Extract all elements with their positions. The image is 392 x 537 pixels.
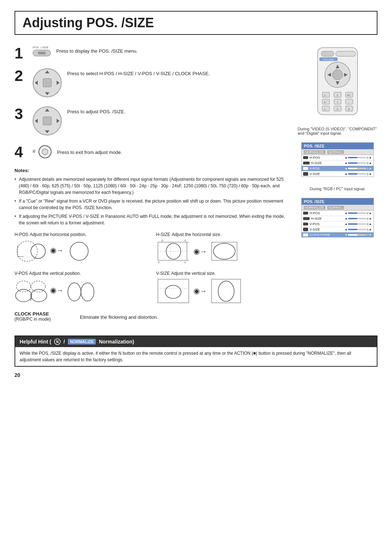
step1-text: Press to display the POS. /SIZE menu. <box>56 46 138 55</box>
vsize-after-svg: ↑ <box>210 277 242 305</box>
vpos-arrow-icon: ◉→ <box>50 286 64 294</box>
svg-text:3: 3 <box>348 108 350 110</box>
hint-title: Helpful Hint ( N / NORMALIZE Normalizati… <box>15 336 377 347</box>
exit-button-icon <box>38 145 52 158</box>
vsize-before-svg: ↓ <box>156 277 191 305</box>
clockphase-label: CLOCK PHASE <box>15 311 73 317</box>
helpful-hint-box: Helpful Hint ( N / NORMALIZE Normalizati… <box>15 335 377 367</box>
svg-rect-55 <box>322 99 330 104</box>
svg-point-47 <box>332 70 343 80</box>
hpos-diagram: H-POS Adjust the horizontal position. ◉→ <box>15 232 149 262</box>
video-vpos-slider: ◄ 0 ► <box>344 167 372 170</box>
rgb-signal-caption: During "RGB / PC" input signal. <box>310 187 365 191</box>
notes-section: Notes: Adjustment details are memorized … <box>15 167 290 226</box>
rgb-vpos-row: V-POS ◄ 0 ► <box>302 221 373 227</box>
hint-title-text: Helpful Hint ( <box>20 339 51 345</box>
video-vsize-label: V-SIZE <box>310 172 343 176</box>
dpad-right-arrow-3 <box>57 119 60 123</box>
rgb-hpos-row: H-POS ◄ 0 ► <box>302 211 373 216</box>
video-hsize-row: H-SIZE ◄ 0 ► <box>302 160 373 166</box>
rgb-clockphase-slider: ◄ 0 ► <box>344 233 372 236</box>
video-vpos-icon <box>303 167 308 170</box>
svg-point-24 <box>16 289 32 302</box>
rgb-menu-header: POS. /SIZE <box>302 198 373 205</box>
exit-button-svg <box>41 148 49 155</box>
step-4: 4 R Press to exit from adjust mode. <box>15 145 290 160</box>
svg-point-5 <box>70 242 88 260</box>
hsize-images: 0 0 0 0 ◉→ <box>156 239 290 264</box>
right-column: 1 2 PC A + - 1 2 3 POS./SIZE During "VID… <box>298 46 377 328</box>
svg-text:2: 2 <box>337 94 338 97</box>
svg-text:+: + <box>337 101 338 103</box>
n-button-icon: N <box>54 338 61 345</box>
rgb-normal-label: NORMAL <box>327 206 344 209</box>
video-hsize-slider: ◄ 0 ► <box>344 162 372 165</box>
video-vsize-slider: ◄ 0 ► <box>344 172 372 176</box>
dpad-3 <box>33 106 62 135</box>
video-menu-normalize: NORMALIZE NORMAL <box>302 149 373 155</box>
rgb-hsize-slider: ◄ 0 ► <box>344 217 372 220</box>
dpad-down-arrow-3 <box>45 130 49 133</box>
svg-text:0: 0 <box>184 239 186 242</box>
video-menu-box: POS. /SIZE NORMALIZE NORMAL H-POS ◄ 0 ► <box>301 142 374 177</box>
normalize-badge: NORMALIZE <box>304 150 325 154</box>
rgb-hsize-icon <box>303 217 310 220</box>
vsize-images: ↓ ◉→ ↑ <box>156 277 290 305</box>
rgb-menu-normalize: NORMALIZE NORMAL <box>302 205 373 211</box>
svg-point-21 <box>213 243 235 259</box>
remote-illustration: 1 2 PC A + - 1 2 3 POS./SIZE <box>316 46 359 118</box>
rgb-vsize-row: V-SIZE ◄ 0 ► <box>302 227 373 232</box>
svg-rect-52 <box>322 92 330 97</box>
hint-normalize-badge: NORMALIZE <box>68 339 96 345</box>
note-item-2: If a "Cue" or "Rew" signal from a VCR or… <box>15 198 290 211</box>
step-number-1: 1 <box>15 46 33 61</box>
svg-text:0: 0 <box>162 239 163 242</box>
svg-point-41 <box>218 281 234 301</box>
rgb-vpos-slider: ◄ 0 ► <box>344 223 372 226</box>
svg-text:↑: ↑ <box>211 277 212 279</box>
video-hsize-label: H-SIZE <box>311 161 343 165</box>
hpos-arrow-icon: ◉→ <box>50 246 64 255</box>
svg-text:↓: ↓ <box>157 277 159 279</box>
dpad-left-arrow <box>35 81 38 85</box>
svg-point-28 <box>68 283 81 301</box>
step2-text: Press to select H-POS / H-SIZE / V-POS /… <box>67 68 210 77</box>
video-hpos-label: H-POS <box>310 156 343 159</box>
rgb-hsize-row: H-SIZE ◄ 0 ► <box>302 216 373 221</box>
hsize-arrow-icon: ◉→ <box>193 247 207 256</box>
rgb-vsize-icon <box>303 228 308 231</box>
dpad-right-arrow <box>57 81 60 85</box>
rgb-menu-box: POS. /SIZE NORMALIZE NORMAL H-POS ◄ 0 ► <box>301 198 374 237</box>
svg-point-29 <box>81 283 94 301</box>
video-hsize-icon <box>303 162 310 164</box>
vpos-diagram: V-POS Adjust the vertical position. ↓ ◉→ <box>15 270 149 303</box>
video-vsize-row: V-SIZE ◄ 0 ► <box>302 171 373 176</box>
r-label: R <box>33 150 35 154</box>
svg-text:↓: ↓ <box>30 297 32 301</box>
svg-point-0 <box>42 149 48 155</box>
svg-point-22 <box>16 281 31 292</box>
video-signal-caption: During "VIDEO (S VIDEO)", "COMPONENT" an… <box>298 127 377 135</box>
rgb-hpos-slider: ◄ 0 ► <box>344 212 372 215</box>
vsize-label: V-SIZE Adjust the vertical size. <box>156 270 290 276</box>
step-number-4: 4 <box>15 145 33 160</box>
svg-text:2: 2 <box>337 108 338 110</box>
rgb-vpos-icon <box>303 223 308 225</box>
svg-rect-45 <box>336 51 356 56</box>
svg-rect-58 <box>322 106 330 111</box>
svg-text:0: 0 <box>184 261 186 264</box>
svg-text:N: N <box>56 340 58 344</box>
hsize-before-svg: 0 0 0 0 <box>156 239 191 264</box>
svg-point-1 <box>17 241 37 261</box>
hpos-hsize-row: H-POS Adjust the horizontal position. ◉→ <box>15 232 290 264</box>
video-hpos-slider: ◄ 0 ► <box>344 156 372 159</box>
dpad-2 <box>33 68 62 97</box>
svg-point-25 <box>31 289 47 302</box>
hpos-before-svg <box>15 239 47 262</box>
vpos-before-svg: ↓ <box>15 277 47 303</box>
step3-text: Press to adjust POS. /SIZE. <box>67 106 125 115</box>
hsize-diagram: H-SIZE Adjust the horizontal size. 0 0 <box>156 232 290 264</box>
hpos-images: ◉→ <box>15 239 149 262</box>
hsize-after-svg <box>210 239 239 264</box>
step-number-2: 2 <box>15 68 33 84</box>
